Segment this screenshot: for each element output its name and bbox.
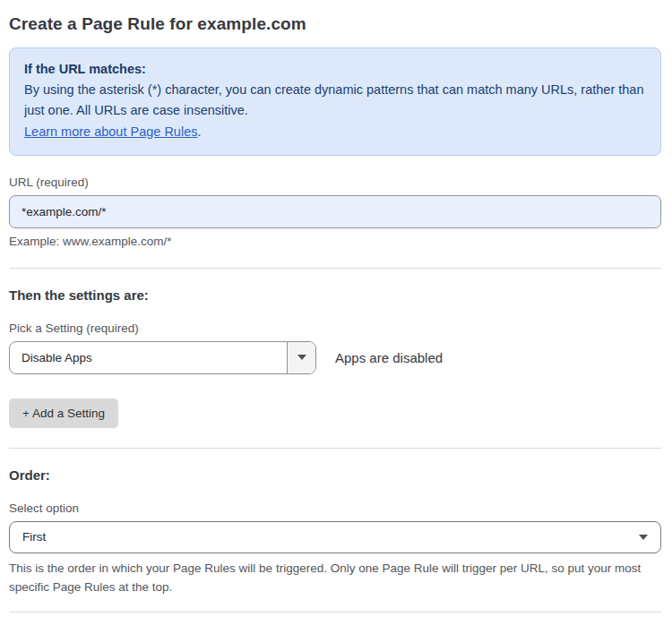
info-box-link-line: Learn more about Page Rules. xyxy=(24,122,646,142)
order-select-value: First xyxy=(22,530,46,544)
chevron-down-icon xyxy=(297,355,306,360)
order-helper-text: This is the order in which your Page Rul… xyxy=(9,560,661,597)
order-select[interactable]: First xyxy=(9,521,661,553)
setting-picker-label: Pick a Setting (required) xyxy=(9,321,661,335)
url-field-helper: Example: www.example.com/* xyxy=(9,235,661,248)
setting-dropdown-arrow-button[interactable] xyxy=(287,342,315,373)
learn-more-link[interactable]: Learn more about Page Rules xyxy=(24,124,197,139)
divider xyxy=(9,612,661,613)
info-box-heading: If the URL matches: xyxy=(24,59,646,80)
url-match-info-box: If the URL matches: By using the asteris… xyxy=(9,47,661,156)
settings-section-heading: Then the settings are: xyxy=(9,287,661,303)
page-title: Create a Page Rule for example.com xyxy=(9,14,661,34)
setting-dropdown-value: Disable Apps xyxy=(10,342,287,373)
url-input[interactable] xyxy=(9,195,661,228)
create-page-rule-panel: Create a Page Rule for example.com If th… xyxy=(0,0,672,617)
chevron-down-icon xyxy=(639,535,648,540)
order-section-heading: Order: xyxy=(9,467,661,483)
setting-status-text: Apps are disabled xyxy=(335,350,443,365)
add-setting-button[interactable]: + Add a Setting xyxy=(9,398,118,428)
order-select-label: Select option xyxy=(9,501,661,515)
setting-picker-row: Disable Apps Apps are disabled xyxy=(9,341,661,374)
setting-dropdown[interactable]: Disable Apps xyxy=(9,341,316,374)
link-suffix: . xyxy=(197,124,201,139)
divider xyxy=(9,448,661,449)
divider xyxy=(9,268,661,269)
info-box-body: By using the asterisk (*) character, you… xyxy=(24,80,646,121)
url-field-label: URL (required) xyxy=(9,176,661,189)
